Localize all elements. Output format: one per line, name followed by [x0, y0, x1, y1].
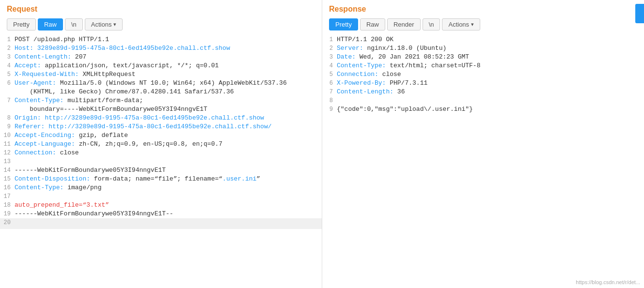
line-number: 12 [0, 149, 15, 157]
line-item: boundary=----WebKitFormBoundarywe05Y3I94… [0, 105, 322, 114]
line-content: Date: Wed, 20 Jan 2021 08:52:23 GMT [337, 53, 644, 61]
tab-request-raw[interactable]: Raw [38, 18, 63, 30]
line-item: 8 Origin: http://3289e89d-9195-475a-80c1… [0, 114, 322, 122]
line-item: 2 Server: nginx/1.18.0 (Ubuntu) [322, 44, 644, 53]
line-number: 15 [0, 175, 15, 183]
tab-response-pretty[interactable]: Pretty [329, 18, 358, 30]
line-number: 8 [0, 114, 15, 122]
line-item: 20 [0, 218, 322, 229]
line-content: POST /upload.php HTTP/1.1 [15, 35, 322, 44]
line-number: 19 [0, 210, 15, 218]
line-item: 16 Content-Type: image/png [0, 183, 322, 192]
tab-request-newline[interactable]: \n [65, 18, 83, 30]
tab-response-raw[interactable]: Raw [360, 18, 385, 30]
line-content: X-Powered-By: PHP/7.3.11 [337, 79, 644, 88]
line-number: 4 [322, 61, 337, 70]
line-content: Server: nginx/1.18.0 (Ubuntu) [337, 44, 644, 53]
line-content [15, 192, 322, 201]
line-content: Origin: http://3289e89d-9195-475a-80c1-6… [15, 114, 322, 122]
line-number [0, 105, 15, 114]
line-item: 11 Accept-Language: zh-CN, zh;q=0.9, en-… [0, 140, 322, 149]
line-content: (KHTML, like Gecko) Chrome/87.0.4280.141… [15, 88, 322, 96]
line-number: 17 [0, 192, 15, 201]
line-content: {"code":0,"msg":"upload\/.user.ini"} [337, 105, 644, 114]
line-item: (KHTML, like Gecko) Chrome/87.0.4280.141… [0, 88, 322, 96]
line-number: 3 [0, 53, 15, 61]
line-item: 9 Referer: http://3289e89d-9195-475a-80c… [0, 122, 322, 131]
line-content: Content-Type: text/html; charset=UTF-8 [337, 61, 644, 70]
line-number: 14 [0, 166, 15, 175]
line-number: 7 [322, 88, 337, 96]
line-item: 3 Date: Wed, 20 Jan 2021 08:52:23 GMT [322, 53, 644, 61]
line-number: 1 [322, 35, 337, 44]
response-panel: Response Pretty Raw Render \n Actions 1 … [322, 0, 644, 288]
line-item: 5 X-Requested-With: XMLHttpRequest [0, 70, 322, 79]
line-number: 8 [322, 96, 337, 105]
response-title: Response [322, 0, 644, 16]
line-item: 6 User-Agent: Mozilla/5.0 (Windows NT 10… [0, 79, 322, 88]
line-content: Accept-Language: zh-CN, zh;q=0.9, en-US;… [15, 140, 322, 149]
line-content: Accept-Encoding: gzip, deflate [15, 131, 322, 140]
line-number [0, 88, 15, 96]
tab-response-newline[interactable]: \n [423, 18, 440, 30]
line-item: 13 [0, 157, 322, 166]
line-item: 10 Accept-Encoding: gzip, deflate [0, 131, 322, 140]
line-number: 7 [0, 96, 15, 105]
line-item: 2 Host: 3289e89d-9195-475a-80c1-6ed1495b… [0, 44, 322, 53]
tab-request-actions[interactable]: Actions [85, 18, 123, 30]
line-number: 9 [0, 122, 15, 131]
line-item: 14 ------WebKitFormBoundarywe05Y3I94nngv… [0, 166, 322, 175]
panel-toggle-button[interactable] [635, 4, 644, 23]
line-item: 3 Content-Length: 207 [0, 53, 322, 61]
response-toolbar: Pretty Raw Render \n Actions [322, 16, 644, 34]
line-number: 9 [322, 105, 337, 114]
line-content: Content-Type: multipart/form-data; [15, 96, 322, 105]
line-item: 5 Connection: close [322, 70, 644, 79]
line-content [15, 157, 322, 166]
line-item: 18 auto_prepend_file=“3.txt” [0, 201, 322, 210]
tab-request-pretty[interactable]: Pretty [7, 18, 36, 30]
response-code-area: 1 HTTP/1.1 200 OK 2 Server: nginx/1.18.0… [322, 34, 644, 288]
line-item: 17 [0, 192, 322, 201]
line-number: 11 [0, 140, 15, 149]
line-item: 8 [322, 96, 644, 105]
line-content: Connection: close [337, 70, 644, 79]
main-panels: Request Pretty Raw \n Actions 1 POST /up… [0, 0, 644, 288]
line-item: 9 {"code":0,"msg":"upload\/.user.ini"} [322, 105, 644, 114]
tab-response-actions[interactable]: Actions [442, 18, 480, 30]
line-item: 1 HTTP/1.1 200 OK [322, 35, 644, 44]
line-item: 1 POST /upload.php HTTP/1.1 [0, 35, 322, 44]
line-item: 15 Content-Disposition: form-data; name=… [0, 175, 322, 183]
line-content: HTTP/1.1 200 OK [337, 35, 644, 44]
line-content: ------WebKitFormBoundarywe05Y3I94nngvE1T… [15, 210, 322, 218]
line-number: 18 [0, 201, 15, 210]
line-number: 3 [322, 53, 337, 61]
line-content: User-Agent: Mozilla/5.0 (Windows NT 10.0… [15, 79, 322, 88]
line-item: 4 Content-Type: text/html; charset=UTF-8 [322, 61, 644, 70]
line-content: auto_prepend_file=“3.txt” [15, 201, 322, 210]
line-content: ------WebKitFormBoundarywe05Y3I94nngvE1T [15, 166, 322, 175]
line-content [15, 218, 322, 229]
line-item: 7 Content-Length: 36 [322, 88, 644, 96]
line-number: 5 [322, 70, 337, 79]
request-toolbar: Pretty Raw \n Actions [0, 16, 322, 34]
line-content: Referer: http://3289e89d-9195-475a-80c1-… [15, 122, 322, 131]
line-item: 7 Content-Type: multipart/form-data; [0, 96, 322, 105]
line-number: 2 [0, 44, 15, 53]
line-content: Content-Disposition: form-data; name=“fi… [15, 175, 322, 183]
line-item: 6 X-Powered-By: PHP/7.3.11 [322, 79, 644, 88]
request-title: Request [0, 0, 322, 16]
line-number: 4 [0, 61, 15, 70]
line-number: 1 [0, 35, 15, 44]
line-content: X-Requested-With: XMLHttpRequest [15, 70, 322, 79]
line-content: Host: 3289e89d-9195-475a-80c1-6ed1495be9… [15, 44, 322, 53]
line-number: 5 [0, 70, 15, 79]
request-panel: Request Pretty Raw \n Actions 1 POST /up… [0, 0, 322, 288]
line-number: 6 [0, 79, 15, 88]
tab-response-render[interactable]: Render [387, 18, 421, 30]
line-content: Connection: close [15, 149, 322, 157]
line-content [337, 96, 644, 105]
line-number: 16 [0, 183, 15, 192]
line-number: 20 [0, 218, 15, 229]
line-content: Content-Length: 207 [15, 53, 322, 61]
